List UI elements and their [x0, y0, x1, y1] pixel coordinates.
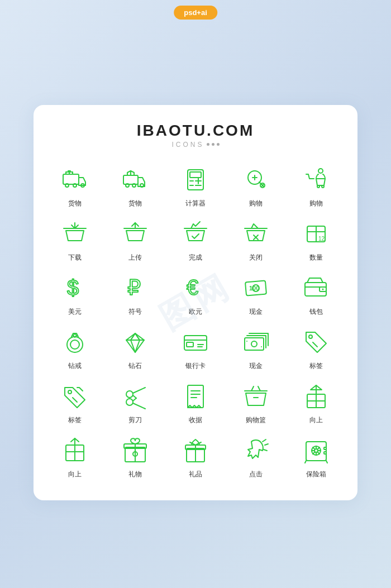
svg-line-90 — [264, 450, 267, 451]
icon-label: 下载 — [68, 253, 82, 262]
svg-line-105 — [326, 461, 327, 463]
icon-label: 欧元 — [189, 307, 202, 317]
icon-label: 银行卡 — [185, 361, 206, 371]
icon-label: 向上 — [309, 415, 323, 425]
svg-text:$: $ — [67, 276, 79, 299]
icon-gift-box: 礼品 — [165, 429, 226, 484]
svg-rect-102 — [324, 447, 326, 450]
icon-label: 点击 — [249, 470, 263, 479]
svg-point-8 — [140, 184, 144, 187]
icon-safe: 保险箱 — [286, 429, 346, 484]
icon-label: 礼品 — [189, 470, 202, 479]
svg-line-101 — [313, 452, 314, 454]
svg-text:€: € — [187, 276, 198, 299]
icon-diamond: 钻石 — [105, 321, 165, 375]
icon-label: 标签 — [309, 361, 323, 371]
icon-label: 现金 — [249, 361, 263, 371]
svg-point-2 — [73, 184, 77, 187]
svg-point-20 — [317, 185, 320, 188]
icon-delivery-truck: 货物 — [105, 159, 165, 213]
svg-point-58 — [68, 390, 71, 394]
icon-box-up2: 向上 — [45, 429, 105, 484]
svg-point-1 — [65, 184, 69, 187]
icon-shopping-head: 购物 — [226, 159, 286, 213]
icon-label: 货物 — [68, 199, 82, 208]
card-subtitle: ICONS — [45, 141, 346, 149]
icon-shopping-cart-person: 购物 — [286, 159, 346, 213]
svg-marker-41 — [73, 333, 77, 337]
icon-bank-card: 银行卡 — [165, 321, 226, 375]
icon-label: 符号 — [128, 307, 142, 317]
svg-point-38 — [322, 288, 324, 290]
icon-receipt: 收据 — [165, 375, 226, 429]
icon-label: 货物 — [128, 199, 142, 208]
icon-label: 保险箱 — [306, 470, 326, 479]
icon-label: 上传 — [128, 253, 142, 262]
svg-point-40 — [70, 340, 79, 349]
icon-label: 标签 — [68, 415, 82, 425]
svg-line-98 — [313, 447, 314, 449]
icon-euro: € 欧元 — [165, 267, 226, 321]
svg-line-59 — [73, 398, 77, 402]
dot3 — [217, 143, 220, 146]
svg-line-104 — [305, 461, 306, 463]
svg-point-19 — [318, 169, 323, 173]
icon-price-tag2: 标签 — [45, 375, 105, 429]
icon-wallet: 钱包 — [286, 267, 346, 321]
svg-text:12: 12 — [318, 236, 325, 242]
icon-card: 图网 IBAOTU.COM ICONS 货物 — [34, 105, 357, 500]
svg-text:₽: ₽ — [127, 276, 141, 299]
icon-shopping-basket: 购物篮 — [226, 375, 286, 429]
icon-quantity: 12 数量 — [286, 213, 346, 267]
svg-point-21 — [322, 185, 324, 188]
svg-point-56 — [309, 335, 312, 338]
icon-click: 点击 — [226, 429, 286, 484]
svg-rect-11 — [190, 172, 201, 178]
svg-rect-5 — [123, 175, 138, 184]
icon-scissors: 剪刀 — [105, 375, 165, 429]
icon-label: 收据 — [189, 415, 202, 425]
icon-upload-basket: 上传 — [105, 213, 165, 267]
icon-label: 剪刀 — [128, 415, 142, 425]
icon-label: 购物 — [309, 199, 323, 208]
format-badge: psd+ai — [174, 6, 217, 20]
icon-label: 现金 — [249, 307, 263, 317]
icon-label: 钻石 — [128, 361, 142, 371]
icon-label: 数量 — [309, 253, 323, 262]
dot2 — [212, 143, 214, 146]
svg-line-100 — [318, 447, 320, 449]
icon-cargo-truck: 货物 — [45, 159, 105, 213]
svg-point-6 — [126, 184, 129, 187]
svg-line-88 — [263, 439, 266, 442]
svg-line-64 — [133, 395, 136, 398]
svg-rect-0 — [63, 174, 79, 184]
svg-rect-52 — [245, 338, 264, 350]
icons-grid: 货物 货物 — [45, 159, 346, 484]
svg-point-7 — [132, 184, 136, 187]
svg-point-61 — [126, 399, 133, 405]
icon-cash-tag: 100 现金 — [226, 267, 286, 321]
svg-line-65 — [133, 398, 136, 401]
icon-ruble: ₽ 符号 — [105, 267, 165, 321]
icon-download-basket: 下载 — [45, 213, 105, 267]
svg-rect-49 — [187, 342, 193, 347]
svg-line-99 — [318, 452, 320, 454]
icon-dollar: $ 美元 — [45, 267, 105, 321]
svg-point-53 — [251, 341, 257, 347]
dot1 — [207, 143, 209, 146]
icon-label: 购物 — [249, 199, 263, 208]
svg-line-63 — [133, 403, 145, 409]
card-title: IBAOTU.COM — [45, 122, 346, 140]
icon-box-up: 向上 — [286, 375, 346, 429]
icon-ring: 钻戒 — [45, 321, 105, 375]
svg-point-39 — [67, 337, 83, 352]
icon-label: 完成 — [189, 253, 202, 262]
icon-label: 钱包 — [309, 307, 323, 317]
icon-label: 向上 — [68, 470, 82, 479]
svg-point-60 — [126, 391, 133, 398]
icon-label: 钻戒 — [68, 361, 82, 371]
icon-label: 计算器 — [185, 199, 206, 208]
svg-line-89 — [265, 444, 268, 445]
icon-close-basket: 关闭 — [226, 213, 286, 267]
svg-point-93 — [314, 449, 318, 452]
